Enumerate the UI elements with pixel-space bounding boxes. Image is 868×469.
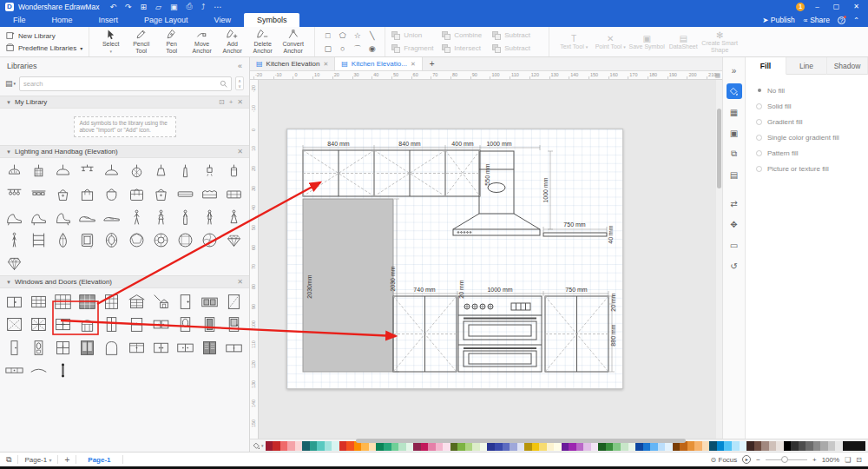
fill-bucket-icon[interactable]: ▾ (253, 442, 264, 450)
library-symbol-door-oval2[interactable] (26, 336, 50, 360)
undo-icon[interactable]: ↶ (109, 3, 116, 11)
horizontal-scrollbar-thumb[interactable] (356, 439, 686, 443)
delete-anchor-button[interactable]: DeleteAnchor (247, 29, 278, 54)
new-document-tab-button[interactable]: + (423, 57, 442, 70)
collapse-panel-icon[interactable]: « (238, 62, 242, 70)
expand-canvas-icon[interactable]: ✥ (727, 216, 742, 232)
library-symbol-fig-6[interactable] (2, 229, 26, 253)
new-document-icon[interactable]: ⊞ (140, 3, 147, 11)
library-symbol-gem-rect[interactable] (76, 229, 100, 253)
library-symbol-track-row[interactable] (26, 183, 50, 207)
zoom-out-button[interactable]: − (756, 456, 760, 464)
range-cooker[interactable] (458, 296, 542, 372)
boolean-op-subtract-2[interactable]: Subtract (492, 31, 542, 40)
publish-button[interactable]: ➤ Publish (762, 16, 794, 24)
close-tab-icon[interactable]: ✕ (411, 61, 416, 68)
library-symbol-fig-1[interactable] (124, 206, 148, 229)
zoom-slider-knob[interactable] (781, 456, 788, 463)
library-symbol-fig-5[interactable] (222, 206, 247, 229)
library-symbol-door-louver[interactable] (198, 336, 222, 360)
library-symbol-gem-flower[interactable] (198, 229, 222, 253)
color-swatch[interactable] (732, 441, 740, 451)
color-swatch[interactable] (332, 441, 339, 451)
search-result-stepper[interactable]: ∧∨ (235, 76, 244, 90)
open-icon[interactable]: ▱ (155, 3, 161, 11)
document-tab-kitchen-elevation[interactable]: ▤Kitchen Elevation✕ (250, 57, 335, 70)
close-tab-icon[interactable]: ✕ (323, 61, 328, 68)
predefine-libraries-button[interactable]: Predefine Libraries▾ (6, 43, 82, 52)
library-symbol-win-4[interactable] (50, 314, 75, 337)
color-swatch[interactable] (325, 441, 332, 451)
collapse-ribbon-icon[interactable]: ⌃ (853, 16, 859, 24)
library-symbol-heel-1[interactable] (2, 206, 26, 229)
color-swatch[interactable] (740, 441, 747, 451)
library-symbol-diamond[interactable] (2, 252, 26, 275)
color-swatch[interactable] (310, 441, 318, 451)
text-tool-button[interactable]: TText Tool ▾ (556, 34, 592, 50)
print-icon[interactable]: ⎙ (186, 2, 192, 11)
library-symbol-fig-4[interactable] (198, 206, 222, 229)
color-swatch[interactable] (784, 441, 792, 451)
pentagon-shape-button[interactable]: ⬠ (336, 30, 349, 42)
menu-tab-home[interactable]: Home (39, 13, 86, 27)
import-library-icon[interactable]: ⊡ (219, 98, 225, 106)
library-symbol-rack[interactable] (26, 229, 50, 253)
save-symbol-button[interactable]: ▣Save Symbol (628, 34, 665, 50)
line-shape-button[interactable]: ╲ (365, 30, 378, 42)
page-tab-active[interactable]: Page-1 (82, 456, 115, 464)
windows-doors-section-header[interactable]: ▼Windows and Doors (Elevation) ✕ (0, 275, 249, 288)
wall-shelf[interactable] (543, 233, 607, 236)
color-swatch[interactable] (806, 441, 813, 451)
library-symbol-door-plain[interactable] (173, 290, 197, 314)
library-symbol-door-panel[interactable] (198, 314, 222, 337)
fill-option-single-color-gradient-fill[interactable]: Single color gradient fill (756, 129, 858, 145)
menu-tab-symbols[interactable]: Symbols (244, 13, 300, 27)
fill-format-icon[interactable] (727, 83, 742, 99)
color-swatch[interactable] (694, 441, 702, 451)
save-icon[interactable]: ▣ (170, 3, 178, 11)
color-swatch[interactable] (295, 441, 303, 451)
star-shape-button[interactable]: ☆ (351, 30, 364, 42)
library-symbol-gem-round2[interactable] (148, 229, 173, 253)
color-swatch[interactable] (339, 441, 347, 451)
library-symbol-door-diag[interactable] (222, 290, 247, 314)
library-symbol-lamp-crystal[interactable] (26, 160, 50, 183)
color-swatch[interactable] (761, 441, 769, 451)
close-section-icon[interactable]: ✕ (237, 148, 243, 155)
range-hood[interactable] (453, 151, 540, 235)
convert-anchor-button[interactable]: ConvertAnchor (278, 29, 308, 54)
color-swatch[interactable] (287, 441, 295, 451)
image-panel-icon[interactable]: ▣ (727, 125, 742, 141)
color-swatch[interactable] (302, 441, 310, 451)
color-swatch[interactable] (717, 441, 725, 451)
library-symbol-bag-tote[interactable] (76, 183, 100, 207)
library-symbol-door-narrow[interactable] (2, 336, 26, 360)
color-swatch[interactable] (317, 441, 325, 451)
library-symbol-door-double[interactable] (76, 336, 100, 360)
symbols-panel-icon[interactable]: ▦ (727, 104, 742, 120)
library-symbol-lamp-bar[interactable] (76, 160, 100, 183)
library-symbol-lamp-globe[interactable] (124, 160, 148, 183)
library-symbol-heel-3[interactable] (50, 206, 75, 229)
color-swatch[interactable] (791, 441, 799, 451)
close-button[interactable]: ✕ (850, 3, 863, 10)
color-swatch[interactable] (769, 441, 777, 451)
select-button[interactable]: Select▾ (95, 29, 126, 54)
datasheet-button[interactable]: ▤DataSheet (665, 34, 701, 50)
color-swatch[interactable] (724, 441, 732, 451)
boolean-op-intersect-4[interactable]: Intersect (442, 44, 492, 53)
menu-tab-view[interactable]: View (201, 13, 244, 27)
library-symbol-heel-2[interactable] (26, 206, 50, 229)
color-swatch[interactable] (754, 441, 762, 451)
format-tab-line[interactable]: Line (786, 57, 827, 75)
fill-option-no-fill[interactable]: No fill (756, 83, 858, 98)
library-symbol-fig-3[interactable] (173, 206, 197, 229)
color-swatch[interactable] (709, 441, 717, 451)
color-swatch[interactable] (858, 441, 865, 451)
layers-panel-icon[interactable]: ⧉ (727, 146, 742, 162)
fill-option-pattern-fill[interactable]: Pattern fill (756, 145, 858, 161)
color-swatch[interactable] (266, 441, 273, 451)
library-symbol-loafer[interactable] (76, 206, 100, 229)
help-icon[interactable]: ? (838, 17, 845, 24)
library-symbol-gem-round[interactable] (124, 229, 148, 253)
